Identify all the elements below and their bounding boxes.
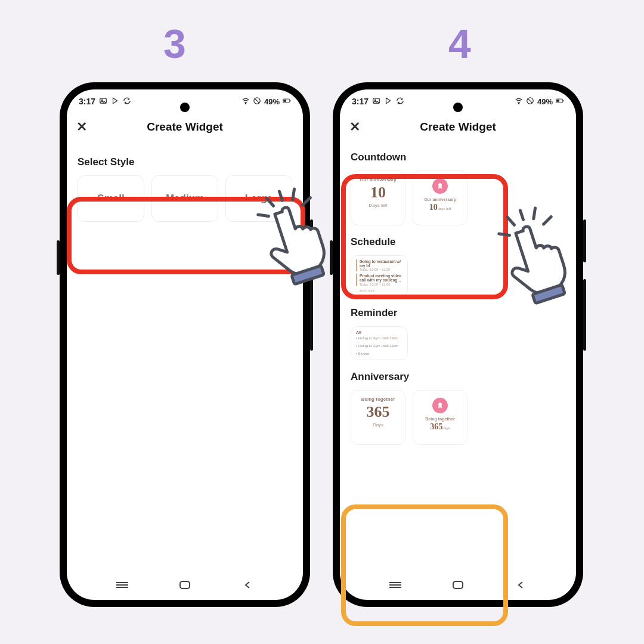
- svg-rect-16: [556, 100, 559, 102]
- countdown-a-number: 10: [357, 184, 399, 202]
- svg-point-2: [245, 103, 246, 104]
- section-schedule: Schedule: [351, 236, 565, 248]
- nav-home-icon[interactable]: [178, 580, 191, 590]
- step-number-3: 3: [163, 20, 186, 67]
- section-countdown: Countdown: [351, 151, 565, 163]
- phone-mockup-4: 3:17 49%: [333, 82, 583, 607]
- reminder-item-1: Going to Gym Until 12am …: [356, 336, 402, 343]
- svg-point-18: [438, 183, 442, 187]
- section-anniversary: Anniversary: [351, 371, 565, 383]
- nav-recent-icon[interactable]: [389, 580, 402, 590]
- close-icon[interactable]: ✕: [349, 119, 360, 135]
- svg-point-19: [438, 402, 442, 406]
- anniv-b-title: Being together: [419, 417, 461, 421]
- battery-icon: [283, 97, 291, 107]
- anniv-a-sub: Days: [357, 422, 399, 428]
- section-reminder: Reminder: [351, 307, 565, 319]
- size-medium-button[interactable]: Medium: [151, 175, 218, 222]
- status-time: 3:17: [352, 97, 369, 106]
- countdown-b-number: 10: [429, 203, 438, 212]
- countdown-b-title: Our anniversary: [419, 197, 461, 202]
- status-bar: 3:17 49%: [67, 89, 303, 113]
- sched-item-2-title: Product meeting video call with my coule…: [360, 274, 402, 282]
- image-icon: [372, 97, 380, 107]
- reminder-item-3: 5 more: [356, 352, 402, 355]
- svg-rect-23: [453, 581, 463, 589]
- status-time: 3:17: [79, 97, 95, 106]
- play-icon: [384, 97, 392, 107]
- section-select-style: Select Style: [78, 156, 292, 168]
- android-nav-bar: [67, 570, 303, 600]
- title-bar: ✕ Create Widget: [67, 113, 303, 141]
- anniv-a-number: 365: [357, 403, 399, 421]
- medal-icon: [432, 398, 448, 413]
- size-large-button[interactable]: Large: [225, 175, 292, 222]
- svg-point-12: [374, 99, 376, 100]
- reminder-item-2: Going to Gym Until 12am …: [356, 344, 402, 351]
- sched-more: …and more: [356, 289, 402, 292]
- svg-point-1: [101, 99, 103, 100]
- page-title: Create Widget: [420, 120, 496, 134]
- svg-rect-6: [290, 100, 290, 101]
- page-title: Create Widget: [147, 120, 223, 134]
- close-icon[interactable]: ✕: [76, 119, 87, 135]
- battery-text: 49%: [264, 97, 280, 106]
- anniv-b-suffix: days: [442, 426, 450, 430]
- schedule-widget[interactable]: Going to restaurant w/ my bf Today, 10:0…: [351, 255, 408, 296]
- title-bar: ✕ Create Widget: [340, 113, 576, 141]
- wifi-icon: [242, 97, 250, 107]
- svg-rect-5: [283, 100, 286, 102]
- svg-rect-10: [180, 581, 190, 589]
- step-number-4: 4: [448, 20, 471, 67]
- image-icon: [99, 97, 107, 107]
- sched-item-2-time: Today, 12:00 – 13:00: [360, 283, 402, 286]
- wifi-icon: [515, 97, 523, 107]
- svg-rect-17: [563, 100, 564, 101]
- anniv-a-title: Being together: [357, 397, 399, 402]
- android-nav-bar: [340, 570, 576, 600]
- svg-point-13: [518, 103, 519, 104]
- anniversary-widget-b[interactable]: Being together 365days: [413, 390, 467, 445]
- countdown-widget-a[interactable]: Our anniversary 10 Days left: [351, 171, 405, 225]
- nav-recent-icon[interactable]: [116, 580, 129, 590]
- reminder-head: All: [356, 330, 402, 335]
- phone-mockup-3: 3:17 49%: [60, 82, 310, 607]
- sync-icon: [396, 97, 404, 107]
- sched-item-1-time: Today, 10:00 – 11:00: [360, 268, 402, 271]
- status-bar: 3:17 49%: [340, 89, 576, 113]
- reminder-widget[interactable]: All Going to Gym Until 12am … Going to G…: [351, 326, 408, 360]
- sync-icon: [123, 97, 131, 107]
- nav-home-icon[interactable]: [451, 580, 465, 590]
- block-icon: [253, 97, 261, 107]
- anniversary-widget-a[interactable]: Being together 365 Days: [351, 390, 405, 445]
- countdown-widget-b[interactable]: Our anniversary 10days left: [413, 171, 467, 225]
- medal-icon: [432, 178, 448, 194]
- phone-screen: 3:17 49%: [340, 89, 576, 600]
- nav-back-icon[interactable]: [514, 580, 527, 590]
- nav-back-icon[interactable]: [241, 580, 254, 590]
- block-icon: [526, 97, 534, 107]
- anniv-b-number: 365: [430, 422, 442, 431]
- size-small-button[interactable]: Small: [78, 175, 144, 222]
- battery-text: 49%: [537, 97, 553, 106]
- countdown-b-suffix: days left: [438, 207, 451, 210]
- countdown-a-title: Our anniversary: [357, 177, 399, 182]
- countdown-a-sub: Days left: [357, 203, 399, 208]
- battery-icon: [556, 97, 564, 107]
- sched-item-1-title: Going to restaurant w/ my bf: [360, 259, 402, 268]
- phone-screen: 3:17 49%: [67, 89, 303, 600]
- play-icon: [111, 97, 119, 107]
